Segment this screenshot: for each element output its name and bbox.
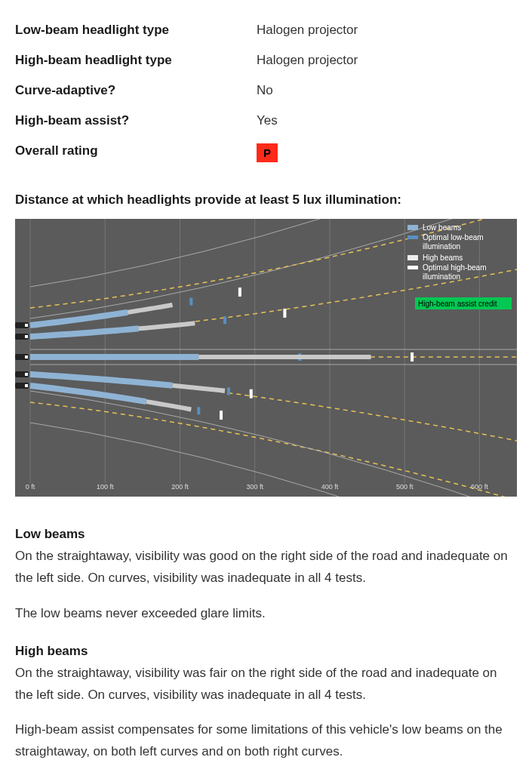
svg-text:illumination: illumination — [423, 272, 460, 281]
svg-rect-28 — [227, 387, 230, 395]
svg-rect-21 — [283, 309, 286, 318]
spec-row-low-beam-type: Low-beam headlight type Halogen projecto… — [15, 15, 517, 45]
rating-badge: P — [257, 143, 278, 162]
spec-label: Overall rating — [15, 143, 257, 162]
headlight-distance-chart: 0 ft100 ft200 ft300 ft400 ft500 ft600 ft… — [15, 219, 517, 497]
svg-text:Low beams: Low beams — [423, 223, 461, 232]
spec-value: No — [257, 83, 273, 98]
svg-text:100 ft: 100 ft — [97, 483, 114, 491]
svg-rect-34 — [407, 225, 418, 230]
spec-row-overall-rating: Overall rating P — [15, 136, 517, 170]
svg-rect-20 — [223, 316, 226, 324]
spec-row-high-beam-type: High-beam headlight type Halogen project… — [15, 45, 517, 75]
svg-rect-29 — [250, 389, 253, 398]
high-beams-heading: High beams — [15, 644, 517, 659]
svg-rect-19 — [25, 335, 28, 338]
svg-text:500 ft: 500 ft — [396, 483, 414, 491]
high-beams-para-2: High-beam assist compensates for some li… — [15, 719, 517, 760]
svg-text:400 ft: 400 ft — [321, 483, 339, 491]
low-beams-para-2: The low beams never exceeded glare limit… — [15, 603, 517, 625]
svg-text:illumination: illumination — [423, 242, 460, 251]
svg-rect-25 — [411, 352, 414, 362]
high-beams-para-1: On the straightaway, visibility was fair… — [15, 663, 517, 706]
spec-row-curve-adaptive: Curve-adaptive? No — [15, 75, 517, 106]
svg-rect-16 — [189, 298, 192, 306]
spec-label: High-beam assist? — [15, 113, 257, 128]
low-beams-para-1: On the straightaway, visibility was good… — [15, 546, 517, 589]
spec-label: Low-beam headlight type — [15, 23, 257, 38]
svg-text:0 ft: 0 ft — [26, 483, 35, 491]
spec-value: Halogen projector — [257, 23, 358, 38]
svg-rect-31 — [25, 384, 28, 387]
svg-rect-41 — [407, 266, 418, 269]
svg-rect-39 — [407, 255, 418, 260]
chart-title: Distance at which headlights provide at … — [15, 192, 517, 208]
spec-table: Low-beam headlight type Halogen projecto… — [15, 15, 517, 170]
svg-text:200 ft: 200 ft — [171, 483, 189, 491]
spec-row-high-beam-assist: High-beam assist? Yes — [15, 106, 517, 136]
spec-value: Yes — [257, 113, 278, 128]
svg-rect-17 — [238, 288, 241, 297]
svg-text:300 ft: 300 ft — [246, 483, 263, 491]
svg-rect-36 — [407, 235, 418, 239]
svg-rect-32 — [197, 407, 200, 414]
spec-value: P — [257, 143, 278, 162]
svg-rect-33 — [220, 411, 223, 420]
svg-rect-23 — [25, 355, 28, 358]
svg-rect-15 — [25, 324, 28, 327]
svg-text:High-beam assist credit: High-beam assist credit — [418, 300, 497, 308]
spec-label: Curve-adaptive? — [15, 83, 257, 98]
svg-text:High beams: High beams — [423, 254, 463, 262]
chart-svg: 0 ft100 ft200 ft300 ft400 ft500 ft600 ft… — [15, 219, 517, 497]
low-beams-heading: Low beams — [15, 527, 517, 542]
spec-label: High-beam headlight type — [15, 53, 257, 68]
svg-text:Optimal low-beam: Optimal low-beam — [423, 233, 484, 242]
spec-value: Halogen projector — [257, 53, 358, 68]
svg-text:Optimal high-beam: Optimal high-beam — [423, 263, 486, 272]
svg-rect-27 — [25, 373, 28, 376]
svg-text:600 ft: 600 ft — [471, 483, 488, 491]
